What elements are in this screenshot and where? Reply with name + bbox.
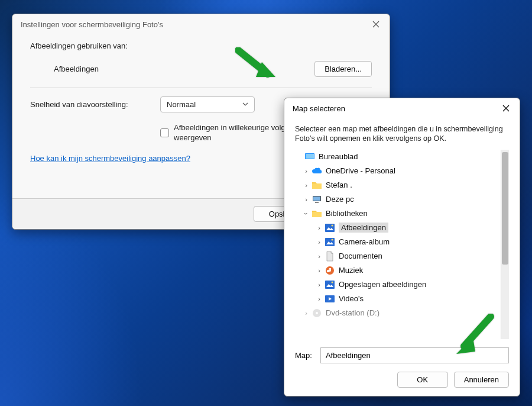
picture-icon	[325, 237, 335, 247]
ok-button[interactable]: OK	[397, 372, 448, 388]
tree-node-thispc[interactable]: › Deze pc	[295, 192, 501, 207]
tree-node-lib-images[interactable]: › Afbeeldingen	[295, 221, 501, 235]
collapse-icon[interactable]: ›	[303, 210, 310, 218]
folder-picker-dialog: Map selecteren Selecteer een map met afb…	[284, 98, 520, 397]
expand-icon[interactable]: ›	[302, 310, 310, 317]
cloud-icon	[312, 166, 322, 176]
folder-icon	[312, 208, 322, 219]
scrollbar[interactable]	[501, 150, 509, 340]
chevron-down-icon	[242, 100, 248, 109]
desktop-icon	[304, 152, 315, 162]
svg-rect-9	[325, 238, 335, 246]
picture-icon	[325, 223, 335, 233]
expand-icon[interactable]: ›	[315, 281, 323, 288]
random-order-checkbox[interactable]	[160, 128, 169, 137]
speed-label: Snelheid van diavoorstelling:	[30, 100, 160, 109]
scrollbar-thumb[interactable]	[502, 152, 508, 265]
tree-node-desktop[interactable]: Bureaublad	[295, 150, 501, 164]
svg-point-16	[316, 312, 318, 314]
disc-icon	[312, 308, 322, 318]
close-icon[interactable]	[371, 19, 381, 30]
speed-select[interactable]: Normaal	[160, 96, 255, 112]
current-folder-name: Afbeeldingen	[54, 65, 99, 73]
svg-rect-1	[306, 154, 314, 159]
folder-icon	[312, 180, 322, 191]
music-icon	[325, 265, 335, 276]
map-label: Map:	[295, 351, 312, 360]
tree-node-lib-videos[interactable]: › Video's	[295, 292, 501, 306]
tree-node-dvd[interactable]: › Dvd-station (D:)	[295, 306, 501, 320]
svg-rect-5	[315, 202, 319, 203]
expand-icon[interactable]: ›	[315, 224, 323, 231]
expand-icon[interactable]: ›	[315, 295, 323, 302]
folder-tree: Bureaublad › OneDrive - Personal › Stefa…	[295, 150, 509, 340]
pc-icon	[312, 194, 322, 205]
close-icon[interactable]	[501, 103, 511, 114]
divider	[30, 88, 372, 88]
expand-icon[interactable]: ›	[302, 167, 310, 175]
settings-titlebar: Instellingen voor schermbeveiliging Foto…	[12, 14, 390, 34]
map-input[interactable]	[320, 347, 509, 363]
svg-point-10	[332, 239, 333, 240]
tree-node-lib-camera[interactable]: › Camera-album	[295, 235, 501, 249]
picker-titlebar: Map selecteren	[284, 98, 520, 118]
svg-point-13	[332, 281, 333, 283]
expand-icon[interactable]: ›	[302, 196, 310, 203]
svg-rect-2	[312, 183, 322, 189]
expand-icon[interactable]: ›	[315, 239, 323, 246]
tree-node-lib-saved[interactable]: › Opgeslagen afbeeldingen	[295, 278, 501, 292]
help-link[interactable]: Hoe kan ik mijn schermbeveiliging aanpas…	[30, 154, 190, 163]
browse-button[interactable]: Bladeren...	[314, 61, 372, 77]
document-icon	[325, 251, 335, 262]
use-images-label: Afbeeldingen gebruiken van:	[30, 41, 128, 50]
tree-node-lib-music[interactable]: › Muziek	[295, 263, 501, 278]
expand-icon[interactable]: ›	[315, 267, 323, 274]
svg-rect-4	[313, 196, 320, 201]
settings-title: Instellingen voor schermbeveiliging Foto…	[21, 20, 163, 29]
picker-title: Map selecteren	[293, 104, 345, 113]
tree-node-libraries[interactable]: › Bibliotheken	[295, 207, 501, 221]
svg-rect-12	[325, 281, 335, 289]
cancel-button[interactable]: Annuleren	[454, 372, 509, 388]
expand-icon[interactable]: ›	[315, 253, 323, 260]
svg-point-8	[332, 224, 333, 226]
tree-node-user[interactable]: › Stefan .	[295, 178, 501, 192]
video-icon	[325, 294, 335, 304]
picture-icon	[325, 279, 335, 290]
speed-value: Normaal	[167, 100, 196, 109]
tree-node-onedrive[interactable]: › OneDrive - Personal	[295, 164, 501, 178]
expand-icon[interactable]: ›	[302, 182, 310, 189]
svg-rect-7	[325, 224, 335, 232]
svg-rect-6	[312, 212, 322, 217]
picker-instruction: Selecteer een map met afbeeldingen die u…	[295, 124, 509, 144]
tree-node-lib-docs[interactable]: › Documenten	[295, 249, 501, 263]
